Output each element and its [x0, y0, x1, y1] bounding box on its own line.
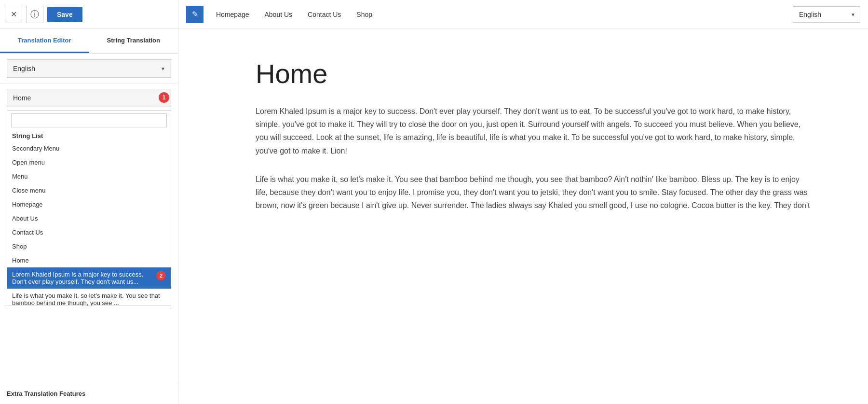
nav-links: Homepage About Us Contact Us Shop [208, 7, 793, 22]
save-button[interactable]: Save [47, 7, 82, 22]
info-button[interactable]: ⓘ [26, 6, 43, 23]
string-dropdown-list: String List Secondary Menu Open menu Men… [7, 110, 171, 306]
language-select-wrap: English French Spanish German [0, 54, 178, 84]
list-item[interactable]: Homepage [7, 197, 171, 211]
list-item[interactable]: About Us [7, 211, 171, 225]
list-item[interactable]: Secondary Menu [7, 141, 171, 155]
tabs-bar: Translation Editor String Translation [0, 29, 178, 54]
list-item[interactable]: Contact Us [7, 225, 171, 239]
list-item[interactable]: Open menu [7, 155, 171, 169]
nav-link-homepage[interactable]: Homepage [208, 7, 257, 22]
string-list-label: String List [7, 130, 171, 141]
top-bar: ✕ ⓘ Save [0, 0, 178, 29]
nav-link-contact[interactable]: Contact Us [300, 7, 349, 22]
nav-link-about[interactable]: About Us [257, 7, 300, 22]
left-panel: ✕ ⓘ Save Translation Editor String Trans… [0, 0, 178, 404]
content-paragraph-1: Lorem Khaled Ipsum is a major key to suc… [256, 105, 810, 157]
page-badge: 1 [159, 92, 169, 103]
list-item[interactable]: Close menu [7, 183, 171, 197]
list-item[interactable]: Shop [7, 239, 171, 253]
list-item[interactable]: Menu [7, 169, 171, 183]
close-button[interactable]: ✕ [5, 6, 22, 23]
language-dropdown-right: English French Spanish German [793, 6, 860, 23]
language-select-container: English French Spanish German [7, 59, 171, 78]
list-item-badge: 2 [156, 271, 166, 280]
language-select-right[interactable]: English French Spanish German [793, 6, 860, 23]
page-select[interactable]: Home About Us Contact Us Shop [7, 89, 171, 107]
right-panel: ✎ Homepage About Us Contact Us Shop Engl… [178, 0, 868, 404]
nav-link-shop[interactable]: Shop [349, 7, 380, 22]
nav-edit-button[interactable]: ✎ [186, 6, 203, 23]
content-paragraph-2: Life is what you make it, so let's make … [256, 173, 810, 212]
language-select-right-wrap: English French Spanish German [793, 6, 860, 23]
page-select-wrap: Home About Us Contact Us Shop 1 [0, 84, 178, 107]
list-item[interactable]: Life is what you make it, so let's make … [7, 289, 171, 306]
list-item[interactable]: Home [7, 253, 171, 267]
string-search-input[interactable] [11, 113, 167, 127]
tab-string-translation[interactable]: String Translation [89, 29, 178, 53]
page-select-container: Home About Us Contact Us Shop [7, 89, 171, 107]
main-content: Home Lorem Khaled Ipsum is a major key t… [178, 29, 868, 404]
list-item-text: Lorem Khaled Ipsum is a major key to suc… [12, 271, 151, 285]
language-select[interactable]: English French Spanish German [7, 59, 171, 78]
extra-features-label: Extra Translation Features [0, 383, 178, 404]
nav-bar: ✎ Homepage About Us Contact Us Shop Engl… [178, 0, 868, 29]
string-list-items: Secondary Menu Open menu Menu Close menu… [7, 141, 171, 306]
list-item-selected[interactable]: Lorem Khaled Ipsum is a major key to suc… [7, 267, 171, 289]
tab-translation-editor[interactable]: Translation Editor [0, 29, 89, 53]
content-title: Home [256, 58, 810, 89]
